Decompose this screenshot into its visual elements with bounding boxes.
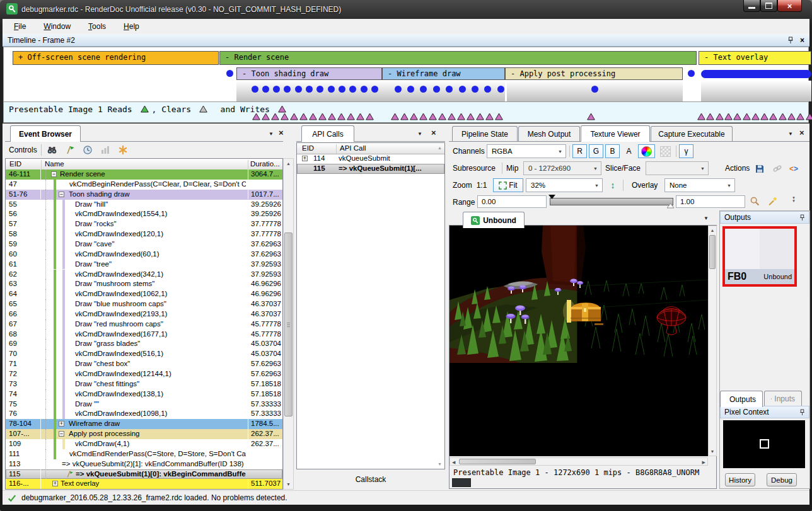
scroll-down-icon[interactable]: ▼ [284, 482, 293, 486]
range-track[interactable] [550, 198, 673, 205]
eid-column-header[interactable]: EID [302, 144, 314, 152]
tab-texture-viewer[interactable]: Texture Viewer [581, 125, 650, 142]
find-event-button[interactable] [45, 143, 59, 157]
history-button[interactable]: History [725, 473, 755, 486]
scrollbar-thumb[interactable] [709, 235, 716, 269]
timeline-event-dot[interactable] [688, 70, 695, 77]
range-white-handle[interactable] [667, 204, 675, 209]
event-row[interactable]: 72vkCmdDrawIndexed(12144,1)57.62963 [6, 369, 282, 379]
duration-column-header[interactable]: Duratio... [250, 160, 280, 168]
channel-green-button[interactable]: G [589, 144, 603, 158]
menu-tools[interactable]: Tools [88, 22, 106, 31]
flip-y-button[interactable]: ↕ [606, 178, 619, 192]
alpha-background-button[interactable] [657, 144, 674, 158]
bookmark-button[interactable] [116, 143, 130, 157]
timeline-event-dot[interactable] [252, 86, 258, 93]
duration-graph-button[interactable] [98, 143, 112, 157]
custom-display-button[interactable] [638, 144, 655, 158]
title-bar[interactable]: debugmarker.rdc - RenderDoc Unofficial r… [0, 0, 812, 19]
timeline-event-dot[interactable] [497, 86, 504, 93]
timeline-event-dot[interactable] [395, 86, 402, 93]
minimize-button[interactable] [743, 0, 760, 12]
save-texture-button[interactable] [753, 162, 767, 176]
tab-inputs[interactable]: Inputs [764, 391, 802, 406]
event-row[interactable]: 75Draw ""57.33333 [6, 399, 282, 410]
tab-mesh-output[interactable]: Mesh Output [518, 126, 580, 142]
event-row[interactable]: 59Draw "cave"37.62963 [6, 239, 282, 250]
zoom-fit-button[interactable]: Fit [493, 178, 523, 192]
outputs-panel-header[interactable]: Outputs [720, 211, 809, 224]
event-row[interactable]: 47vkCmdBeginRenderPass(C=Clear, D=Clear,… [6, 180, 282, 190]
menu-help[interactable]: Help [124, 22, 139, 31]
api-calls-menu-icon[interactable]: ▼ [417, 131, 422, 137]
tab-outputs[interactable]: Outputs [720, 391, 763, 407]
api-scroll-down-icon[interactable]: ▼ [438, 462, 442, 466]
timeline-event-dot[interactable] [295, 86, 302, 93]
open-link-button[interactable] [770, 162, 784, 176]
timeline-marker-bar[interactable]: - Text overlay [699, 51, 811, 65]
goto-event-button[interactable] [63, 143, 77, 157]
range-min-input[interactable]: 0.00 [477, 195, 547, 208]
timeline-panel-header[interactable]: Timeline - Frame #2 × [3, 34, 809, 47]
event-row[interactable]: 55Draw "hill"39.25926 [6, 200, 282, 210]
api-table-header[interactable]: EID API Call [297, 143, 444, 154]
timeline-event-dot[interactable] [328, 86, 335, 93]
tab-event-browser[interactable]: Event Browser [10, 125, 81, 142]
tree-toggle-icon[interactable]: + [52, 481, 58, 486]
goto-resource-button[interactable]: <> [787, 162, 801, 176]
event-row[interactable]: 57Draw "rocks"37.77778 [6, 219, 282, 229]
event-row[interactable]: 51-76−Toon shading draw1017.7... [6, 190, 282, 200]
pixel-context-header[interactable]: Pixel Context [720, 406, 809, 418]
timeline-event-dot[interactable] [472, 86, 478, 93]
eid-column-header[interactable]: EID [9, 160, 21, 168]
event-table-header[interactable]: EID Name Duratio... [6, 159, 282, 170]
pin-icon[interactable] [799, 409, 805, 416]
channels-select[interactable]: RGBA▼ [487, 144, 566, 158]
event-row[interactable]: 62vkCmdDrawIndexed(342,1)37.92593 [6, 270, 282, 280]
timeline-event-dot[interactable] [459, 86, 466, 93]
scrollbar-thumb[interactable] [284, 233, 293, 416]
timeline-marker-bar[interactable]: - Wireframe draw [382, 67, 505, 80]
scroll-right-icon[interactable]: ▶ [702, 460, 705, 465]
timeline-marker-bar[interactable]: - Render scene [219, 51, 697, 65]
scroll-up-icon[interactable]: ▲ [709, 228, 716, 233]
tree-toggle-icon[interactable]: − [59, 431, 64, 437]
tree-toggle-icon[interactable]: + [59, 421, 64, 427]
timeline-event-dot[interactable] [433, 86, 440, 93]
name-column-header[interactable]: Name [45, 160, 64, 168]
zoom-1to1-button[interactable]: 1:1 [473, 178, 490, 192]
event-row[interactable]: 107-...−Apply post processing262.37... [6, 429, 282, 439]
timeline-event-dot[interactable] [361, 86, 368, 93]
texture-viewer-close-icon[interactable]: × [799, 129, 804, 137]
api-row[interactable]: +114vkQueueSubmit [297, 154, 444, 164]
timeline-close-icon[interactable]: × [800, 36, 804, 45]
event-row[interactable]: 69Draw "grass blades"45.03704 [6, 339, 282, 349]
gamma-button[interactable]: γ [679, 144, 693, 158]
api-row[interactable]: 115=> vkQueueSubmit(1)[... [297, 164, 444, 174]
channel-blue-button[interactable]: B [605, 144, 620, 158]
event-row[interactable]: 63Draw "mushroom stems"46.96296 [6, 279, 282, 289]
event-row[interactable]: 109vkCmdDraw(4,1)262.37... [6, 439, 282, 449]
timeline-marker-bar[interactable]: - Toon shading draw [236, 67, 382, 80]
event-row[interactable]: 65Draw "blue mushroom caps"46.37037 [6, 299, 282, 309]
api-scroll-up-icon[interactable]: ▲ [438, 146, 442, 150]
slice-face-select[interactable]: ▼ [646, 161, 709, 175]
callstack-collapsed-panel[interactable]: Callstack [296, 473, 445, 487]
api-calls-close-icon[interactable]: × [431, 129, 436, 137]
scroll-down-icon[interactable]: ▼ [709, 449, 716, 454]
tree-toggle-icon[interactable]: − [59, 192, 64, 197]
event-row[interactable]: 61Draw "tree"37.92593 [6, 260, 282, 270]
scroll-up-icon[interactable]: ▲ [284, 161, 293, 166]
timeline-event-dot[interactable] [339, 86, 345, 93]
texture-tab-list-icon[interactable]: ▼ [704, 215, 709, 221]
event-row[interactable]: 116-...+Text overlay511.7037 [6, 479, 282, 489]
event-row[interactable]: 70vkCmdDrawIndexed(516,1)45.03704 [6, 349, 282, 359]
event-row[interactable]: 58vkCmdDrawIndexed(120,1)37.77778 [6, 229, 282, 239]
close-button[interactable]: × [777, 0, 802, 12]
overlay-select[interactable]: None▼ [664, 178, 735, 192]
scroll-left-icon[interactable]: ◀ [452, 460, 455, 465]
toolbar-overflow-icon[interactable]: ▼▼ [792, 197, 796, 203]
timeline-event-pill[interactable] [701, 70, 811, 78]
event-row[interactable]: 111vkCmdEndRenderPass(C=Store, D=Store, … [6, 449, 282, 459]
timeline-event-dot[interactable] [262, 86, 269, 93]
